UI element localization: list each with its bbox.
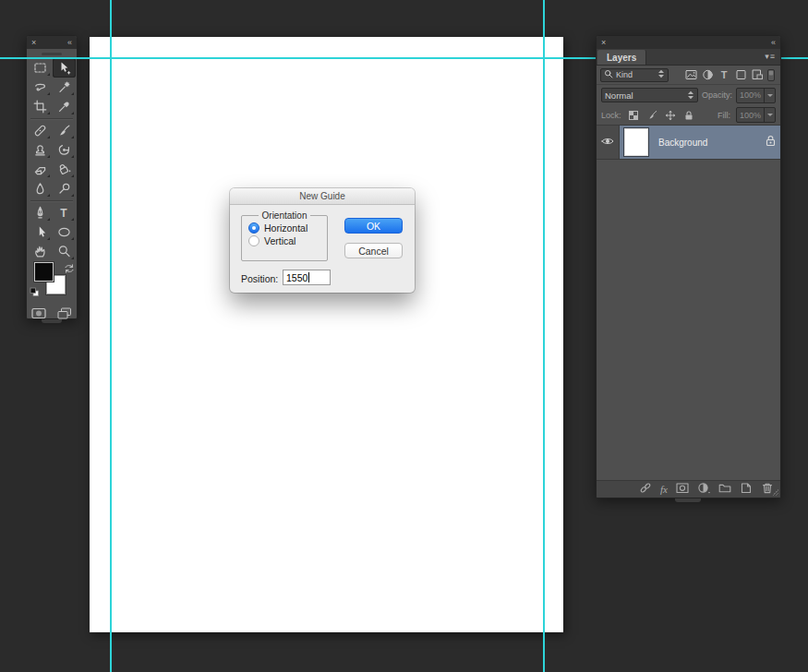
cancel-button[interactable]: Cancel <box>344 243 403 258</box>
new-adjustment-layer-icon[interactable] <box>697 481 710 498</box>
vertical-guide-2[interactable] <box>543 0 545 672</box>
text-caret <box>308 272 309 282</box>
collapse-panel-icon[interactable]: « <box>771 39 776 47</box>
radio-vertical[interactable]: Vertical <box>248 235 327 246</box>
paint-bucket-tool[interactable] <box>53 160 76 179</box>
close-icon[interactable]: × <box>31 39 36 47</box>
path-selection-tool[interactable] <box>29 222 52 242</box>
magic-wand-tool[interactable] <box>53 78 76 97</box>
default-colors-icon[interactable] <box>30 284 40 301</box>
rectangular-marquee-tool[interactable] <box>29 58 52 78</box>
fill-value-box[interactable]: 100% <box>736 107 776 123</box>
tools-panel: × « <box>26 35 78 319</box>
search-icon <box>604 69 613 80</box>
layer-visibility-cell[interactable] <box>597 126 620 159</box>
layers-panel-bottom-grip[interactable] <box>675 498 701 502</box>
brush-tool[interactable] <box>53 121 76 140</box>
add-layer-mask-icon[interactable] <box>676 481 689 498</box>
crop-tool[interactable] <box>29 97 52 116</box>
opacity-value: 100% <box>737 89 764 102</box>
fill-value: 100% <box>737 108 764 122</box>
shape-layer-filter-icon[interactable] <box>732 69 749 80</box>
blend-mode-value: Normal <box>605 90 633 101</box>
layer-name: Background <box>658 138 766 148</box>
smart-object-filter-icon[interactable] <box>749 69 766 80</box>
radio-horizontal-button[interactable] <box>248 222 259 234</box>
layer-list-empty-area <box>597 160 780 480</box>
document-canvas[interactable] <box>90 37 563 632</box>
panel-menu-icon[interactable]: ▾≡ <box>765 52 776 61</box>
dialog-title: New Guide <box>299 191 344 201</box>
photoshop-workspace: × « <box>0 0 808 672</box>
orientation-legend: Orientation <box>259 210 311 221</box>
pixel-layer-filter-icon[interactable] <box>682 69 699 80</box>
radio-vertical-label: Vertical <box>264 235 295 246</box>
hand-tool[interactable] <box>29 242 52 261</box>
lock-image-brush-icon[interactable] <box>645 110 658 121</box>
vertical-guide-1[interactable] <box>110 0 112 672</box>
foreground-color-swatch[interactable] <box>34 262 54 282</box>
selected-layer-area[interactable]: Background <box>620 126 780 159</box>
new-group-folder-icon[interactable] <box>718 481 731 498</box>
history-brush-tool[interactable] <box>53 140 76 160</box>
opacity-label: Opacity: <box>702 90 732 100</box>
radio-horizontal[interactable]: Horizontal <box>248 222 327 234</box>
opacity-dropdown-arrow[interactable] <box>764 89 775 102</box>
layer-filter-row: Kind T <box>597 66 780 85</box>
panel-drag-grip[interactable] <box>42 53 62 55</box>
lock-position-icon[interactable] <box>664 110 677 121</box>
new-guide-dialog: New Guide Orientation Horizontal Vertica… <box>230 188 415 293</box>
layer-row-background[interactable]: Background <box>597 126 780 160</box>
ok-button[interactable]: OK <box>344 218 403 234</box>
position-value: 1550 <box>286 272 308 283</box>
tools-panel-header[interactable]: × « <box>27 36 77 49</box>
lock-all-icon[interactable] <box>682 110 695 121</box>
healing-brush-tool[interactable] <box>29 121 52 140</box>
radio-horizontal-label: Horizontal <box>264 222 308 234</box>
blend-mode-row: Normal Opacity: 100% <box>597 85 780 105</box>
eyedropper-tool[interactable] <box>53 97 76 116</box>
adjustment-layer-filter-icon[interactable] <box>699 69 716 80</box>
opacity-value-box[interactable]: 100% <box>736 88 776 103</box>
dialog-title-bar[interactable]: New Guide <box>230 188 415 205</box>
kind-filter-dropdown[interactable]: Kind <box>600 68 669 82</box>
new-layer-icon[interactable] <box>740 481 753 498</box>
position-label: Position: <box>241 273 278 284</box>
pen-tool[interactable] <box>29 203 52 222</box>
blend-mode-select[interactable]: Normal <box>601 88 698 102</box>
lock-label: Lock: <box>601 111 621 120</box>
radio-vertical-button[interactable] <box>248 235 259 246</box>
dodge-tool[interactable] <box>53 179 76 198</box>
filter-toggle-switch[interactable] <box>766 69 777 81</box>
fill-dropdown-arrow[interactable] <box>764 108 775 122</box>
layer-thumbnail[interactable] <box>624 128 648 156</box>
tab-layers[interactable]: Layers <box>597 50 646 65</box>
blur-tool[interactable] <box>29 179 52 198</box>
layer-style-fx-icon[interactable]: fx <box>660 485 668 495</box>
layers-panel-header[interactable]: × « <box>597 36 780 49</box>
panel-resize-grip[interactable] <box>772 489 778 496</box>
color-swatches <box>27 261 77 304</box>
collapse-panel-icon[interactable]: « <box>67 39 72 47</box>
updown-arrows-icon <box>657 68 665 81</box>
ellipse-shape-tool[interactable] <box>53 222 76 242</box>
toolbar-bottom-grip[interactable] <box>42 319 62 323</box>
lock-row: Lock: Fill: 100% <box>597 105 780 126</box>
layer-lock-icon <box>766 134 776 150</box>
kind-filter-label: Kind <box>616 70 633 79</box>
layers-panel: × « Layers ▾≡ Kind <box>596 35 781 498</box>
clone-stamp-tool[interactable] <box>29 140 52 160</box>
layers-bottom-bar: fx <box>597 480 780 498</box>
close-icon[interactable]: × <box>601 39 606 47</box>
type-tool[interactable]: T <box>53 203 76 222</box>
move-tool[interactable] <box>53 58 76 78</box>
lasso-tool[interactable] <box>29 78 52 97</box>
fill-label: Fill: <box>718 111 730 120</box>
eye-icon[interactable] <box>601 134 614 150</box>
type-layer-filter-icon[interactable]: T <box>716 70 732 80</box>
lock-transparency-icon[interactable] <box>627 110 640 121</box>
position-input[interactable]: 1550 <box>283 270 331 285</box>
eraser-tool[interactable] <box>29 160 52 179</box>
link-layers-icon[interactable] <box>639 481 652 498</box>
zoom-tool[interactable] <box>53 242 76 261</box>
